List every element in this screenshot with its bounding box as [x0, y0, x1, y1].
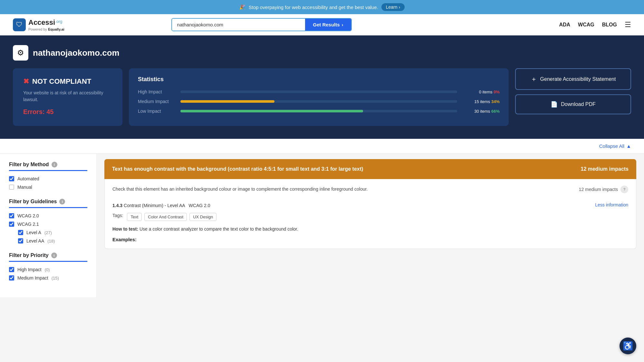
- wcag21-checkbox[interactable]: [9, 222, 14, 227]
- tags-row: Tags: Text Color And Contrast UX Design: [112, 213, 628, 221]
- manual-checkbox-row[interactable]: Manual: [9, 185, 87, 190]
- tag-ux-design: UX Design: [189, 213, 216, 221]
- hero-cards: ✖ NOT COMPLIANT Your website is at risk …: [13, 68, 631, 126]
- high-impact-checkbox[interactable]: [9, 267, 14, 272]
- learn-button[interactable]: Learn ›: [381, 3, 405, 11]
- filter-method-title: Filter by Method i: [9, 162, 87, 171]
- logo-area: 🛡 Accessi.org Powered by Equally.ai: [13, 18, 64, 31]
- high-impact-values: 0 items 0%: [461, 90, 500, 94]
- wcag21-checkbox-row[interactable]: WCAG 2.1: [9, 222, 87, 227]
- issue-header[interactable]: Text has enough contrast with the backgr…: [104, 159, 636, 179]
- collapse-all-button[interactable]: Collapse All ▲: [599, 143, 631, 149]
- get-results-button[interactable]: Get Results ›: [305, 19, 351, 31]
- action-buttons: ＋ Generate Accessibility Statement 📄 Dow…: [515, 68, 631, 126]
- impacts-count: 12 medium impacts: [579, 187, 618, 192]
- level-a-checkbox-row[interactable]: Level A (27): [18, 230, 87, 235]
- issue-header-badge: 12 medium impacts: [581, 166, 629, 172]
- banner-emoji: 🎉: [239, 4, 245, 10]
- issue-detail-row: Less information 1.4.3 Contrast (Minimum…: [112, 202, 628, 209]
- domain-name: nathanojaokomo.com: [33, 48, 120, 58]
- high-impact-bar-area: [180, 90, 457, 93]
- filter-priority-title: Filter by Priority i: [9, 252, 87, 262]
- filter-guidelines-title: Filter by Guidelines i: [9, 199, 87, 208]
- wcag20-checkbox-row[interactable]: WCAG 2.0: [9, 213, 87, 218]
- examples-label: Examples:: [112, 237, 628, 242]
- tag-text: Text: [127, 213, 142, 221]
- level-aa-checkbox-row[interactable]: Level AA (18): [18, 238, 87, 243]
- medium-impact-checkbox-row[interactable]: Medium Impact (15): [9, 275, 87, 281]
- banner-text: Stop overpaying for web accessibility an…: [249, 5, 378, 10]
- content-area: Text has enough contrast with the backgr…: [97, 154, 644, 297]
- guidelines-info-icon[interactable]: i: [59, 199, 65, 205]
- issue-block: Text has enough contrast with the backgr…: [104, 159, 636, 249]
- compliance-card: ✖ NOT COMPLIANT Your website is at risk …: [13, 68, 122, 126]
- nav-blog-link[interactable]: BLOG: [602, 22, 617, 28]
- errors-count: Errors: 45: [23, 108, 112, 116]
- learn-arrow-icon: ›: [399, 5, 400, 10]
- low-impact-bar-area: [180, 110, 457, 112]
- stat-row-low: Low Impact 30 items 66%: [138, 109, 500, 114]
- logo-text-block: Accessi.org Powered by Equally.ai: [28, 18, 64, 31]
- logo-name: Accessi.org: [28, 18, 64, 27]
- issue-body: Check that this element has an inherited…: [104, 179, 636, 249]
- sidebar: Filter by Method i Automated Manual Filt…: [0, 154, 97, 297]
- tags-label: Tags:: [112, 213, 123, 221]
- medium-impact-values: 15 items 34%: [461, 99, 500, 104]
- top-banner: 🎉 Stop overpaying for web accessibility …: [0, 0, 644, 14]
- high-impact-label: High Impact: [138, 89, 177, 94]
- search-bar: Get Results ›: [171, 18, 352, 31]
- high-impact-bar-bg: [180, 90, 457, 93]
- medium-impact-checkbox[interactable]: [9, 275, 14, 281]
- issue-header-text: Text has enough contrast with the backgr…: [112, 166, 574, 173]
- priority-info-icon[interactable]: i: [51, 252, 57, 258]
- domain-icon: ⚙: [13, 45, 28, 61]
- hero-section: ⚙ nathanojaokomo.com ✖ NOT COMPLIANT You…: [0, 35, 644, 139]
- get-results-arrow-icon: ›: [342, 22, 343, 27]
- sub-checkboxes: Level A (27) Level AA (18): [18, 230, 87, 243]
- filter-method-section: Filter by Method i Automated Manual: [9, 162, 87, 190]
- hamburger-menu-button[interactable]: ☰: [625, 21, 631, 29]
- high-impact-checkbox-row[interactable]: High Impact (0): [9, 267, 87, 272]
- wcag20-checkbox[interactable]: [9, 213, 14, 218]
- nav-wcag-link[interactable]: WCAG: [578, 22, 594, 28]
- filter-priority-section: Filter by Priority i High Impact (0) Med…: [9, 252, 87, 281]
- level-a-checkbox[interactable]: [18, 230, 23, 235]
- filter-guidelines-section: Filter by Guidelines i WCAG 2.0 WCAG 2.1…: [9, 199, 87, 243]
- x-icon: ✖: [23, 77, 29, 86]
- statistics-title: Statistics: [138, 76, 500, 83]
- nav-ada-link[interactable]: ADA: [559, 22, 570, 28]
- stat-row-medium: Medium Impact 15 items 34%: [138, 99, 500, 104]
- hero-domain: ⚙ nathanojaokomo.com: [13, 45, 631, 61]
- low-impact-bar-bg: [180, 110, 457, 112]
- low-impact-bar: [180, 110, 363, 112]
- collapse-bar: Collapse All ▲: [0, 139, 644, 154]
- low-impact-values: 30 items 66%: [461, 109, 500, 114]
- compliance-status: NOT COMPLIANT: [32, 77, 91, 86]
- manual-checkbox[interactable]: [9, 185, 14, 190]
- generate-statement-button[interactable]: ＋ Generate Accessibility Statement: [515, 68, 631, 90]
- medium-impact-bar-area: [180, 100, 457, 103]
- compliance-description: Your website is at risk of an accessibil…: [23, 90, 112, 103]
- navbar: 🛡 Accessi.org Powered by Equally.ai Get …: [0, 14, 644, 35]
- issue-impacts: 12 medium impacts ?: [579, 186, 628, 193]
- search-input[interactable]: [172, 19, 305, 31]
- medium-impact-bar-bg: [180, 100, 457, 103]
- issue-body-description: Check that this element has an inherited…: [112, 186, 571, 193]
- automated-checkbox-row[interactable]: Automated: [9, 176, 87, 181]
- how-to-test: How to test: Use a color contrast analyz…: [112, 225, 628, 233]
- impacts-help-icon[interactable]: ?: [620, 186, 628, 193]
- low-impact-label: Low Impact: [138, 109, 177, 114]
- nav-links: ADA WCAG BLOG ☰: [559, 21, 631, 29]
- level-aa-checkbox[interactable]: [18, 238, 23, 243]
- statistics-card: Statistics High Impact 0 items 0% Medium…: [129, 68, 509, 126]
- collapse-arrow-icon: ▲: [626, 143, 631, 149]
- less-information-button[interactable]: Less information: [595, 202, 628, 207]
- stat-row-high: High Impact 0 items 0%: [138, 89, 500, 94]
- powered-by-text: Powered by Equally.ai: [28, 27, 64, 31]
- automated-checkbox[interactable]: [9, 176, 14, 181]
- tag-color-contrast: Color And Contrast: [144, 213, 187, 221]
- medium-impact-label: Medium Impact: [138, 99, 177, 104]
- logo-shield-icon: 🛡: [13, 18, 26, 31]
- download-pdf-button[interactable]: 📄 Download PDF: [515, 94, 631, 114]
- method-info-icon[interactable]: i: [52, 162, 57, 167]
